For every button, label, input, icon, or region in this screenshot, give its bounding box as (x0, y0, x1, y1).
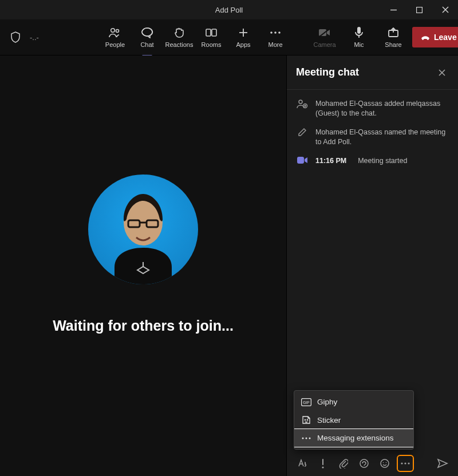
hangup-icon (420, 33, 431, 41)
minimize-button[interactable] (381, 0, 406, 19)
event-added-text: Mohamed El-Qassas added melqassas (Guest… (315, 99, 449, 118)
share-label: Share (385, 41, 401, 48)
chat-panel-title: Meeting chat (296, 66, 359, 78)
ellipsis-icon (301, 437, 311, 439)
popup-extensions-label: Messaging extensions (317, 434, 394, 442)
svg-line-3 (443, 7, 448, 13)
chat-button[interactable]: Chat (132, 21, 163, 53)
camera-button[interactable]: Camera (309, 21, 340, 53)
popup-sticker[interactable]: Sticker (294, 411, 413, 429)
camera-off-icon (318, 26, 331, 39)
chat-icon (141, 26, 153, 39)
toolbar-right: Leave (412, 27, 458, 47)
svg-point-32 (305, 419, 305, 420)
chat-label: Chat (140, 41, 153, 48)
rooms-label: Rooms (202, 41, 222, 48)
gif-icon: GIF (301, 398, 311, 406)
svg-point-43 (401, 462, 402, 464)
extensions-button[interactable] (399, 457, 412, 470)
camera-label: Camera (313, 41, 335, 48)
event-renamed-text: Mohamed El-Qassas named the meeting to A… (315, 128, 449, 147)
loop-button[interactable] (358, 457, 370, 470)
rooms-button[interactable]: Rooms (196, 21, 227, 53)
shield-icon[interactable] (6, 27, 25, 47)
reactions-label: Reactions (165, 41, 194, 48)
people-button[interactable]: People (100, 21, 131, 53)
send-button[interactable] (436, 457, 449, 470)
more-icon (270, 26, 281, 39)
emoji-button[interactable] (378, 457, 391, 470)
meeting-started-text: Meeting started (358, 156, 407, 166)
content-area: Waiting for others to join... Meeting ch… (0, 55, 458, 476)
toolbar-left: -..- (6, 27, 53, 47)
plus-icon (238, 26, 248, 39)
share-icon (388, 26, 399, 39)
event-meeting-started: 11:16 PM Meeting started (296, 156, 449, 166)
svg-point-34 (302, 437, 304, 439)
close-button[interactable] (432, 0, 458, 19)
svg-point-25 (299, 100, 302, 104)
compose-popup: GIF Giphy Sticker Messaging extensions (294, 390, 414, 450)
chat-panel-close[interactable] (435, 66, 449, 80)
svg-point-12 (274, 31, 277, 34)
apps-label: Apps (236, 41, 250, 48)
svg-rect-1 (417, 7, 423, 13)
leave-button-group: Leave (412, 27, 458, 47)
event-added: Mohamed El-Qassas added melqassas (Guest… (296, 99, 449, 118)
svg-rect-29 (297, 157, 304, 164)
format-button[interactable] (296, 457, 309, 470)
attach-button[interactable] (337, 457, 350, 470)
svg-point-42 (386, 462, 387, 463)
svg-point-33 (307, 419, 307, 420)
more-label: More (268, 41, 282, 48)
svg-point-6 (142, 28, 152, 36)
hand-icon (173, 26, 185, 39)
mic-icon (354, 26, 364, 39)
svg-rect-8 (212, 29, 216, 36)
priority-button[interactable] (317, 457, 329, 470)
svg-text:GIF: GIF (303, 400, 310, 404)
chat-panel-header: Meeting chat (287, 55, 458, 90)
meeting-toolbar: -..- People Chat Reactions Rooms (0, 19, 458, 55)
people-label: People (105, 41, 125, 48)
meeting-started-time: 11:16 PM (315, 156, 346, 166)
leave-button[interactable]: Leave (412, 27, 458, 47)
leave-label: Leave (434, 33, 457, 42)
window-controls (381, 0, 458, 19)
more-button[interactable]: More (260, 21, 291, 53)
svg-line-2 (443, 7, 448, 13)
popup-sticker-label: Sticker (317, 416, 341, 425)
svg-point-45 (408, 462, 409, 464)
svg-point-35 (306, 437, 307, 439)
svg-point-40 (381, 459, 389, 467)
video-icon (296, 156, 309, 166)
mic-button[interactable]: Mic (344, 21, 374, 53)
svg-rect-16 (357, 27, 361, 34)
popup-giphy[interactable]: GIF Giphy (294, 393, 413, 411)
waiting-text: Waiting for others to join... (53, 318, 234, 334)
svg-point-13 (278, 31, 281, 34)
maximize-button[interactable] (406, 0, 432, 19)
popup-messaging-extensions[interactable]: Messaging extensions (294, 429, 413, 447)
svg-point-11 (270, 31, 273, 34)
svg-point-36 (309, 437, 311, 439)
share-button[interactable]: Share (378, 21, 409, 53)
svg-rect-37 (322, 459, 323, 465)
svg-rect-7 (206, 29, 211, 36)
waveform-indicator: -..- (30, 33, 53, 42)
mic-label: Mic (354, 41, 364, 48)
toolbar-main: People Chat Reactions Rooms Apps (100, 21, 291, 53)
popup-giphy-label: Giphy (317, 398, 337, 406)
avatar-figure (103, 187, 183, 284)
apps-button[interactable]: Apps (228, 21, 259, 53)
person-add-icon (296, 99, 309, 118)
chat-events: Mohamed El-Qassas added melqassas (Guest… (287, 90, 458, 165)
compose-bar (287, 451, 458, 476)
reactions-button[interactable]: Reactions (164, 21, 195, 53)
event-renamed: Mohamed El-Qassas named the meeting to A… (296, 128, 449, 147)
chat-panel: Meeting chat Mohamed El-Qassas added mel… (286, 55, 458, 476)
svg-point-4 (111, 29, 115, 33)
sticker-icon (301, 415, 311, 425)
rooms-icon (206, 26, 217, 39)
svg-point-38 (322, 466, 323, 468)
